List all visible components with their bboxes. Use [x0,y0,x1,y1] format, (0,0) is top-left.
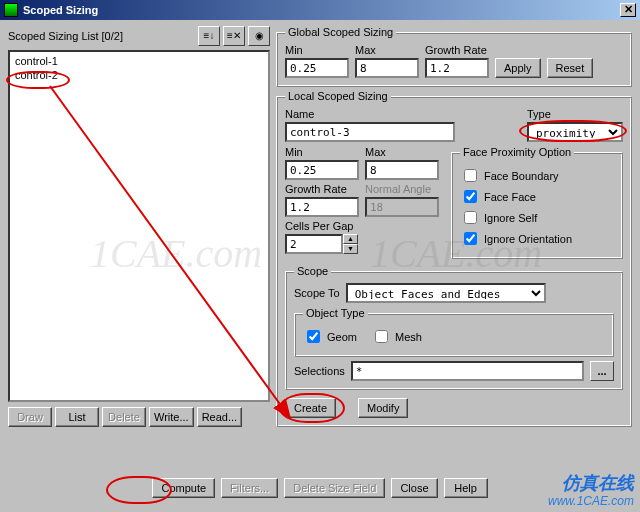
scope-group: Scope Scope To Object Faces and Edges Ob… [285,265,623,390]
cpg-label: Cells Per Gap [285,220,439,232]
apply-button[interactable]: Apply [495,58,541,78]
close-button[interactable]: Close [391,478,437,498]
local-min-input[interactable] [285,160,359,180]
mesh-checkbox[interactable]: Mesh [371,327,422,346]
local-gr-input[interactable] [285,197,359,217]
compute-button[interactable]: Compute [152,478,215,498]
global-min-label: Min [285,44,349,56]
target-icon[interactable]: ◉ [248,26,270,46]
draw-button[interactable]: Draw [8,407,52,427]
type-label: Type [527,108,623,120]
close-icon[interactable]: ✕ [620,3,636,17]
normal-angle-input [365,197,439,217]
write-button[interactable]: Write... [149,407,194,427]
cpg-input[interactable] [285,234,343,254]
create-button[interactable]: Create [285,398,336,418]
object-type-legend: Object Type [303,307,368,319]
name-input[interactable] [285,122,455,142]
normal-angle-label: Normal Angle [365,183,439,195]
filters-button[interactable]: Filters... [221,478,278,498]
delete-size-field-button[interactable]: Delete Size Field [284,478,385,498]
scope-legend: Scope [294,265,331,277]
face-boundary-checkbox[interactable]: Face Boundary [460,166,614,185]
scope-to-select[interactable]: Object Faces and Edges [346,283,546,303]
list-item[interactable]: control-2 [13,68,265,82]
face-face-checkbox[interactable]: Face Face [460,187,614,206]
local-legend: Local Scoped Sizing [285,90,391,102]
title-bar: Scoped Sizing ✕ [0,0,640,20]
global-min-input[interactable] [285,58,349,78]
global-gr-input[interactable] [425,58,489,78]
geom-checkbox[interactable]: Geom [303,327,357,346]
name-label: Name [285,108,521,120]
reset-button[interactable]: Reset [547,58,594,78]
filter-icon[interactable]: ≡↓ [198,26,220,46]
local-max-input[interactable] [365,160,439,180]
help-button[interactable]: Help [444,478,488,498]
local-gr-label: Growth Rate [285,183,359,195]
local-max-label: Max [365,146,439,158]
browse-selections-button[interactable]: ... [590,361,614,381]
selections-input[interactable] [351,361,584,381]
scope-to-label: Scope To [294,287,340,299]
modify-button[interactable]: Modify [358,398,408,418]
spinner-up-icon[interactable]: ▲ [343,234,358,244]
local-sizing-group: Local Scoped Sizing Name Type proximity … [276,90,632,427]
ignore-self-checkbox[interactable]: Ignore Self [460,208,614,227]
app-icon [4,3,18,17]
object-type-group: Object Type Geom Mesh [294,307,614,357]
delete-button[interactable]: Delete [102,407,146,427]
face-proximity-group: Face Proximity Option Face Boundary Face… [451,146,623,259]
ignore-orientation-checkbox[interactable]: Ignore Orientation [460,229,614,248]
cpg-spinner[interactable]: ▲▼ [285,234,439,254]
fpo-legend: Face Proximity Option [460,146,574,158]
global-legend: Global Scoped Sizing [285,26,396,38]
spinner-down-icon[interactable]: ▼ [343,244,358,254]
list-button[interactable]: List [55,407,99,427]
global-max-label: Max [355,44,419,56]
sizing-listbox[interactable]: control-1 control-2 [8,50,270,402]
local-min-label: Min [285,146,359,158]
global-max-input[interactable] [355,58,419,78]
type-select[interactable]: proximity [527,122,623,142]
clear-filter-icon[interactable]: ≡✕ [223,26,245,46]
global-gr-label: Growth Rate [425,44,489,56]
read-button[interactable]: Read... [197,407,242,427]
window-title: Scoped Sizing [23,4,98,16]
list-title: Scoped Sizing List [0/2] [8,30,195,42]
selections-label: Selections [294,365,345,377]
global-sizing-group: Global Scoped Sizing Min Max Growth Rate… [276,26,632,87]
list-item[interactable]: control-1 [13,54,265,68]
